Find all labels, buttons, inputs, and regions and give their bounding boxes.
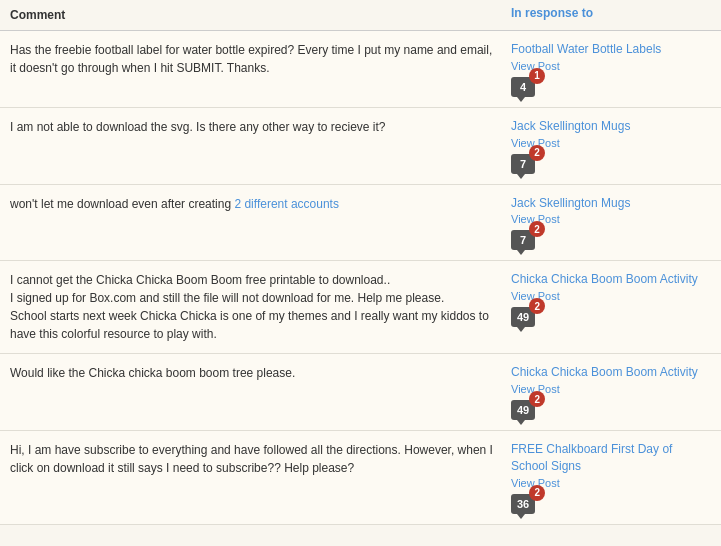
badge-row: 36 2 [511,494,711,514]
response-title[interactable]: Football Water Bottle Labels [511,42,661,56]
header-response: In response to [511,6,711,24]
header-comment: Comment [10,6,511,24]
response-title[interactable]: Chicka Chicka Boom Boom Activity [511,365,698,379]
table-row: Hi, I am have subscribe to everything an… [0,431,721,525]
response-col: Football Water Bottle Labels View Post 4… [511,41,711,97]
notification-badge: 2 [529,391,545,407]
response-title[interactable]: Chicka Chicka Boom Boom Activity [511,272,698,286]
response-col: Chicka Chicka Boom Boom Activity View Po… [511,364,711,420]
notification-badge: 2 [529,485,545,501]
table-header: Comment In response to [0,0,721,31]
table-row: I cannot get the Chicka Chicka Boom Boom… [0,261,721,354]
table-row: Has the freebie football label for water… [0,31,721,108]
comment-text: Would like the Chicka chicka boom boom t… [10,364,511,382]
table-row: won't let me download even after creatin… [0,185,721,262]
badge-row: 4 1 [511,77,711,97]
comment-text: I cannot get the Chicka Chicka Boom Boom… [10,271,511,343]
table-row: I am not able to download the svg. Is th… [0,108,721,185]
table-container: Comment In response to Has the freebie f… [0,0,721,525]
comment-text: Hi, I am have subscribe to everything an… [10,441,511,477]
response-col: Chicka Chicka Boom Boom Activity View Po… [511,271,711,327]
notification-badge: 1 [529,68,545,84]
comment-text: Has the freebie football label for water… [10,41,511,77]
comment-text: won't let me download even after creatin… [10,195,511,213]
badge-row: 7 2 [511,230,711,250]
badge-row: 49 2 [511,400,711,420]
response-col: Jack Skellington Mugs View Post 7 2 [511,118,711,174]
notification-badge: 2 [529,145,545,161]
badge-row: 7 2 [511,154,711,174]
response-col: Jack Skellington Mugs View Post 7 2 [511,195,711,251]
table-row: Would like the Chicka chicka boom boom t… [0,354,721,431]
response-col: FREE Chalkboard First Day of School Sign… [511,441,711,514]
response-title[interactable]: Jack Skellington Mugs [511,119,630,133]
response-title[interactable]: Jack Skellington Mugs [511,196,630,210]
notification-badge: 2 [529,221,545,237]
badge-row: 49 2 [511,307,711,327]
comment-text: I am not able to download the svg. Is th… [10,118,511,136]
notification-badge: 2 [529,298,545,314]
response-title[interactable]: FREE Chalkboard First Day of School Sign… [511,442,672,473]
highlighted-link: 2 different accounts [234,197,339,211]
